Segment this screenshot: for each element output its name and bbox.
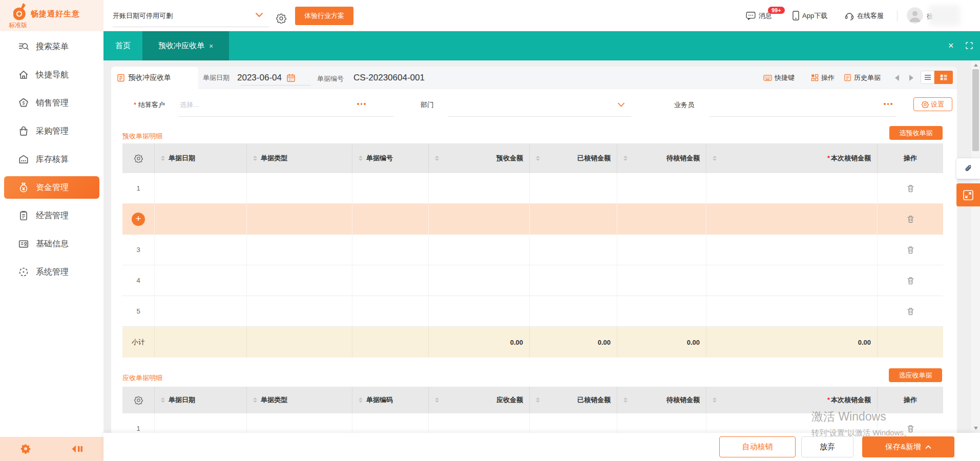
next-doc-icon[interactable] — [909, 75, 913, 81]
scrollbar-thumb[interactable] — [972, 69, 979, 151]
table-cell[interactable] — [247, 235, 352, 265]
table-cell[interactable] — [155, 265, 247, 296]
scroll-up-icon[interactable] — [974, 64, 978, 67]
sort-icon[interactable] — [435, 397, 439, 403]
messages-item[interactable]: 消息 — [746, 0, 772, 31]
topbar-settings-icon[interactable] — [276, 13, 286, 24]
table-cell[interactable] — [352, 173, 429, 203]
salesman-more-icon[interactable] — [884, 103, 892, 105]
period-select[interactable]: 开账日期可停用可删 — [113, 0, 269, 27]
sidebar-item-system[interactable]: 系统管理 — [4, 261, 99, 283]
table-cell[interactable] — [429, 296, 530, 326]
avatar[interactable] — [907, 7, 923, 24]
table-cell[interactable] — [155, 204, 247, 234]
save-and-new-button[interactable]: 保存&新增 — [862, 436, 954, 457]
table-cell[interactable] — [352, 235, 429, 265]
column-settings-icon[interactable] — [134, 154, 143, 163]
form-title-tab[interactable]: 预收冲应收单 — [111, 67, 198, 89]
table-cell[interactable] — [429, 265, 530, 296]
sort-icon[interactable] — [253, 397, 257, 403]
close-all-icon[interactable]: × — [948, 40, 954, 51]
department-dropdown-icon[interactable] — [617, 102, 625, 107]
trial-plan-button[interactable]: 体验行业方案 — [295, 7, 353, 25]
table-cell[interactable] — [429, 235, 530, 265]
table-cell[interactable] — [429, 204, 530, 234]
delete-row-icon[interactable] — [907, 246, 914, 254]
table-cell[interactable] — [530, 296, 617, 326]
add-row-button[interactable]: + — [132, 213, 145, 226]
select-prepay-button[interactable]: 选预收单据 — [889, 126, 943, 140]
auto-writeoff-button[interactable]: 自动核销 — [719, 436, 796, 457]
sort-icon[interactable] — [623, 156, 628, 161]
fullscreen-float-button[interactable] — [956, 183, 980, 206]
calendar-icon[interactable] — [286, 73, 296, 82]
delete-row-icon[interactable] — [907, 184, 914, 193]
sidebar-item-quick-nav[interactable]: 快捷导航 — [4, 64, 99, 86]
prev-doc-icon[interactable] — [895, 75, 899, 81]
column-header[interactable]: *本次核销金额 — [706, 143, 878, 173]
history-button[interactable]: 历史单据 — [844, 67, 881, 89]
sidebar-item-base-info[interactable]: 基础信息 — [4, 233, 99, 255]
table-cell[interactable] — [617, 296, 706, 326]
column-header[interactable]: 待核销金额 — [617, 143, 706, 173]
sort-icon[interactable] — [359, 156, 363, 161]
table-cell[interactable] — [247, 204, 352, 234]
sidebar-item-search-menu[interactable]: 搜索菜单 — [4, 35, 99, 58]
shortcut-keys-button[interactable]: 快捷键 — [763, 67, 795, 89]
table-cell[interactable] — [617, 204, 706, 234]
scrollbar[interactable] — [971, 60, 980, 433]
table-cell[interactable] — [155, 235, 247, 265]
sort-icon[interactable] — [435, 156, 439, 161]
delete-row-icon[interactable] — [907, 425, 914, 433]
sort-icon[interactable] — [359, 397, 363, 403]
table-cell[interactable] — [155, 173, 247, 203]
column-settings-cell[interactable] — [122, 387, 155, 413]
table-cell[interactable] — [530, 265, 617, 296]
column-header[interactable]: 单据类型 — [247, 143, 352, 173]
table-cell[interactable] — [352, 204, 429, 234]
column-header[interactable]: 已核销金额 — [530, 387, 617, 413]
sort-icon[interactable] — [161, 397, 165, 403]
table-cell[interactable] — [706, 235, 878, 265]
table-cell[interactable] — [617, 235, 706, 265]
table-cell[interactable] — [706, 296, 878, 326]
column-settings-cell[interactable] — [122, 143, 155, 173]
column-header[interactable]: 单据编码 — [352, 387, 429, 413]
table-cell[interactable] — [429, 173, 530, 203]
tab-current[interactable]: 预收冲应收单 × — [142, 31, 229, 60]
table-cell[interactable] — [155, 296, 247, 326]
column-header[interactable]: 应收金额 — [429, 387, 530, 413]
column-header[interactable]: 单据编号 — [352, 143, 429, 173]
online-service-item[interactable]: 在线客服 — [845, 0, 884, 31]
sort-icon[interactable] — [713, 397, 717, 403]
attachment-float-button[interactable] — [956, 158, 980, 179]
doc-date-value[interactable]: 2023-06-04 — [237, 73, 282, 83]
table-cell[interactable] — [617, 265, 706, 296]
sort-icon[interactable] — [161, 156, 165, 161]
detail-view-button[interactable] — [934, 71, 953, 84]
discard-button[interactable]: 放弃 — [801, 436, 853, 457]
settings-button[interactable]: 设置 — [913, 97, 952, 111]
tab-home[interactable]: 首页 — [103, 31, 142, 60]
column-header[interactable]: 操作 — [878, 143, 943, 173]
table-cell[interactable] — [352, 265, 429, 296]
scroll-down-icon[interactable] — [974, 427, 978, 430]
delete-row-icon[interactable] — [907, 307, 914, 316]
expand-icon[interactable] — [965, 41, 973, 50]
delete-row-icon[interactable] — [907, 215, 914, 223]
table-cell[interactable] — [530, 235, 617, 265]
column-header[interactable]: 待核销金额 — [617, 387, 706, 413]
sidebar-item-sales[interactable]: $销售管理 — [4, 92, 99, 114]
customer-more-icon[interactable] — [357, 103, 366, 105]
table-cell[interactable] — [706, 173, 878, 203]
column-header[interactable]: 已核销金额 — [530, 143, 617, 173]
table-cell[interactable] — [706, 204, 878, 234]
sort-icon[interactable] — [713, 156, 717, 161]
sidebar-item-purchase[interactable]: 采购管理 — [4, 120, 99, 142]
select-receivable-button[interactable]: 选应收单据 — [889, 368, 942, 382]
column-header[interactable]: 单据类型 — [247, 387, 352, 413]
table-cell[interactable] — [352, 296, 429, 326]
table-cell[interactable] — [247, 265, 352, 296]
column-header[interactable]: 单据日期 — [155, 387, 247, 413]
table-cell[interactable] — [247, 296, 352, 326]
